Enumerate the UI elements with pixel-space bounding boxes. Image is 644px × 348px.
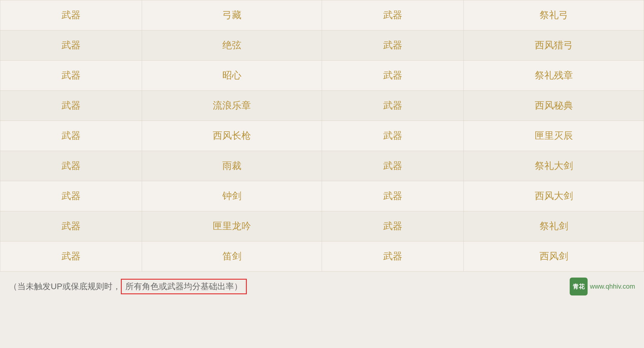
table-container: 武器弓藏武器祭礼弓武器绝弦武器西风猎弓武器昭心武器祭礼残章武器流浪乐章武器西风秘… <box>0 0 644 272</box>
footer-highlight: 所有角色或武器均分基础出率） <box>121 279 247 294</box>
left-type: 武器 <box>0 181 142 211</box>
right-name: 祭礼大剑 <box>464 151 644 181</box>
table-row: 武器昭心武器祭礼残章 <box>0 61 644 91</box>
left-name: 钟剑 <box>142 181 322 211</box>
left-type: 武器 <box>0 151 142 181</box>
right-name: 祭礼剑 <box>464 211 644 241</box>
footer: （当未触发UP或保底规则时， 所有角色或武器均分基础出率） 青花 www.qhh… <box>0 272 644 301</box>
right-type: 武器 <box>322 181 464 211</box>
right-type: 武器 <box>322 121 464 151</box>
weapon-table: 武器弓藏武器祭礼弓武器绝弦武器西风猎弓武器昭心武器祭礼残章武器流浪乐章武器西风秘… <box>0 0 644 272</box>
left-type: 武器 <box>0 121 142 151</box>
left-type: 武器 <box>0 0 142 30</box>
right-type: 武器 <box>322 211 464 241</box>
left-type: 武器 <box>0 211 142 241</box>
logo-url: www.qhhiv.com <box>590 283 635 290</box>
left-name: 匣里龙吟 <box>142 211 322 241</box>
right-name: 西风剑 <box>464 241 644 272</box>
left-type: 武器 <box>0 30 142 61</box>
footer-logo: 青花 www.qhhiv.com <box>570 278 635 295</box>
right-name: 西风秘典 <box>464 91 644 121</box>
left-type: 武器 <box>0 241 142 272</box>
table-row: 武器钟剑武器西风大剑 <box>0 181 644 211</box>
footer-prefix: （当未触发UP或保底规则时， <box>9 281 121 292</box>
table-row: 武器流浪乐章武器西风秘典 <box>0 91 644 121</box>
right-name: 西风大剑 <box>464 181 644 211</box>
table-row: 武器雨裁武器祭礼大剑 <box>0 151 644 181</box>
table-row: 武器绝弦武器西风猎弓 <box>0 30 644 61</box>
right-type: 武器 <box>322 61 464 91</box>
right-name: 西风猎弓 <box>464 30 644 61</box>
left-name: 流浪乐章 <box>142 91 322 121</box>
left-type: 武器 <box>0 61 142 91</box>
right-name: 匣里灭辰 <box>464 121 644 151</box>
table-row: 武器笛剑武器西风剑 <box>0 241 644 272</box>
right-type: 武器 <box>322 151 464 181</box>
left-type: 武器 <box>0 91 142 121</box>
logo-icon-text: 青花 <box>573 283 585 291</box>
left-name: 笛剑 <box>142 241 322 272</box>
left-name: 昭心 <box>142 61 322 91</box>
table-row: 武器西风长枪武器匣里灭辰 <box>0 121 644 151</box>
right-type: 武器 <box>322 241 464 272</box>
footer-text: （当未触发UP或保底规则时， 所有角色或武器均分基础出率） <box>9 279 247 294</box>
right-name: 祭礼弓 <box>464 0 644 30</box>
right-type: 武器 <box>322 91 464 121</box>
logo-icon: 青花 <box>570 278 588 295</box>
right-type: 武器 <box>322 30 464 61</box>
right-type: 武器 <box>322 0 464 30</box>
left-name: 绝弦 <box>142 30 322 61</box>
left-name: 西风长枪 <box>142 121 322 151</box>
right-name: 祭礼残章 <box>464 61 644 91</box>
table-row: 武器匣里龙吟武器祭礼剑 <box>0 211 644 241</box>
left-name: 弓藏 <box>142 0 322 30</box>
left-name: 雨裁 <box>142 151 322 181</box>
table-row: 武器弓藏武器祭礼弓 <box>0 0 644 30</box>
